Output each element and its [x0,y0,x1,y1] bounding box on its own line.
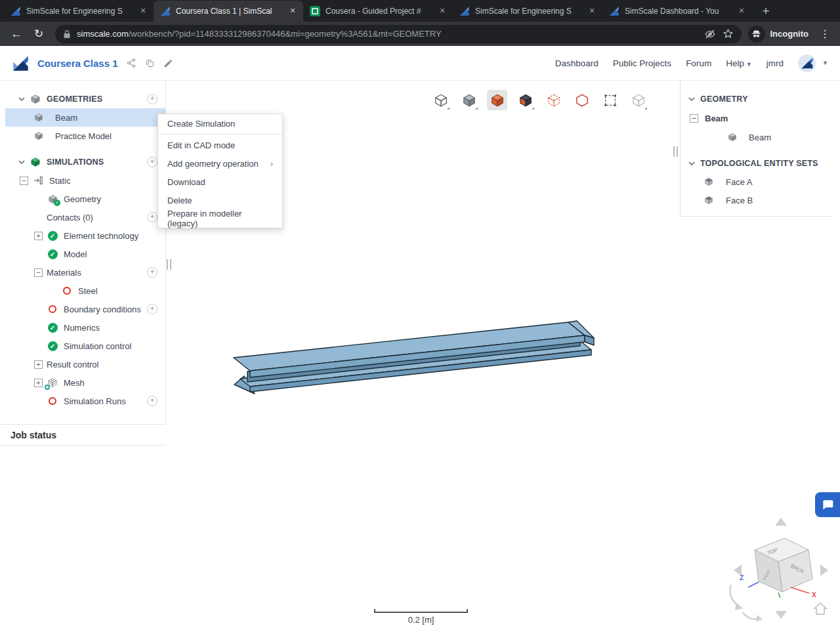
geometry-section-header[interactable]: GEOMETRY [681,90,833,108]
tab-close-icon[interactable]: × [736,6,747,16]
tree-item-result-control[interactable]: +Result control [5,355,165,373]
right-panel-resize-handle[interactable] [673,146,678,157]
context-menu-item-edit-in-cad-mode[interactable]: Edit in CAD mode [158,136,282,154]
header-nav-link-dashboard[interactable]: Dashboard [555,58,598,68]
view-cube[interactable] [755,538,812,592]
topo-item-label: Face B [726,196,753,205]
add-button[interactable]: + [147,304,158,314]
expander-plus-icon[interactable]: + [34,360,43,369]
simulation-tree-panel: GEOMETRIES + BeamPractice Model SIMULATI… [5,81,166,423]
tree-item-simulation-control[interactable]: ✓Simulation control [5,337,165,355]
cube-icon [726,131,738,143]
topo-item-face-b[interactable]: Face B [681,191,833,209]
copy-icon[interactable] [145,58,155,68]
topo-item-face-a[interactable]: Face A [681,173,833,191]
edit-pencil-icon[interactable] [163,58,173,68]
job-status-panel[interactable]: Job status [0,424,166,446]
add-simulation-button[interactable]: + [147,157,158,167]
expander-minus-icon[interactable]: − [34,268,43,277]
add-button[interactable]: + [147,396,158,406]
rotate-right-arrow[interactable] [820,564,828,576]
help-menu[interactable]: Help▼ [726,58,752,68]
chevron-down-icon[interactable] [18,160,25,164]
tab-close-icon[interactable]: × [287,6,298,16]
avatar[interactable] [798,54,816,72]
cube-solid-icon[interactable] [459,90,479,110]
expander-plus-icon[interactable]: + [34,379,43,387]
rotate-down-arrow[interactable] [775,611,787,619]
add-button[interactable]: + [147,267,158,278]
tree-item-simulation-runs[interactable]: Simulation Runs+ [5,392,165,410]
new-tab-button[interactable]: + [756,2,776,20]
tree-item-contacts-0[interactable]: Contacts (0)+ [5,208,165,226]
simulations-section-header[interactable]: SIMULATIONS + [5,153,165,171]
cube-transform-icon[interactable] [628,90,648,110]
lock-icon [63,30,71,39]
chevron-down-icon[interactable] [688,161,695,165]
eye-off-icon[interactable] [704,28,716,40]
tree-item-numerics[interactable]: ✓Numerics [5,318,165,337]
browser-tab[interactable]: Cousera - Guided Project #× [303,1,453,22]
tree-item-boundary-conditions[interactable]: Boundary conditions+ [5,300,165,318]
geometry-root-item[interactable]: − Beam [681,108,833,128]
tree-item-steel[interactable]: Steel [5,282,165,300]
add-geometry-button[interactable]: + [147,94,158,104]
context-menu-item-prepare-in-modeller-legacy[interactable]: Prepare in modeller (legacy) [158,209,282,228]
back-button[interactable]: ← [7,28,26,41]
rotate-cw-icon[interactable] [743,612,763,621]
hexagon-outline-icon[interactable] [572,90,592,110]
cube-half-icon[interactable] [515,90,536,110]
geometries-section-header[interactable]: GEOMETRIES + [5,90,165,108]
context-menu-item-create-simulation[interactable]: Create Simulation [158,114,282,133]
rotate-ccw-icon[interactable] [730,585,743,610]
cube-dashed-icon[interactable] [543,90,564,110]
chevron-down-icon[interactable] [688,97,695,101]
tree-item-static[interactable]: −Static [5,171,165,190]
tree-item-model[interactable]: ✓Model [5,245,165,263]
tree-item-label: Model [64,249,87,259]
box-select-icon[interactable] [600,90,620,110]
context-menu-item-delete[interactable]: Delete [158,191,282,209]
expander-minus-icon[interactable]: − [20,177,28,185]
context-menu-label: Delete [167,196,192,205]
geometry-item-practice-model[interactable]: Practice Model [5,127,165,145]
expander-minus-icon[interactable]: − [690,114,698,123]
chevron-down-icon[interactable] [18,97,25,101]
browser-tab[interactable]: Coursera Class 1 | SimScal× [154,1,303,22]
geometry-assigned-icon: ✓ [47,193,58,205]
viewport-toolbar [430,90,648,110]
header-nav-link-public-projects[interactable]: Public Projects [613,58,671,68]
share-icon[interactable] [126,58,136,68]
tab-close-icon[interactable]: × [138,6,148,16]
context-menu-item-download[interactable]: Download [158,173,282,191]
topo-section-header[interactable]: TOPOLOGICAL ENTITY SETS [681,154,833,173]
tree-item-element-technology[interactable]: +✓Element technology [5,226,165,245]
browser-tab[interactable]: SimScale for Engineering S× [453,1,602,22]
geometry-item-beam[interactable]: Beam [5,108,165,127]
add-button[interactable]: + [147,212,158,222]
tree-item-geometry[interactable]: ✓Geometry [5,190,165,208]
geometry-body-item[interactable]: Beam [681,128,833,146]
expander-plus-icon[interactable]: + [34,232,43,240]
bookmark-star-icon[interactable] [723,28,734,39]
header-nav-link-forum[interactable]: Forum [686,58,711,68]
browser-menu-icon[interactable]: ⋮ [816,28,833,40]
cube-highlight-icon[interactable] [487,90,507,110]
tab-close-icon[interactable]: × [587,6,597,16]
browser-tab[interactable]: SimScale Dashboard - You× [602,1,752,22]
scale-bar-line [374,609,468,613]
tree-item-mesh[interactable]: +Mesh [5,373,165,392]
context-menu-item-add-geometry-operation[interactable]: Add geometry operation› [158,154,282,173]
rotate-up-arrow[interactable] [775,518,787,526]
reload-button[interactable]: ↻ [29,27,49,41]
tab-close-icon[interactable]: × [437,6,448,16]
left-panel-resize-handle[interactable] [167,259,171,270]
chat-button[interactable] [815,492,840,517]
tree-item-materials[interactable]: −Materials+ [5,263,165,282]
account-chevron-icon[interactable]: ▼ [822,60,828,66]
browser-tab[interactable]: SimScale for Engineering S× [4,1,154,22]
address-bar[interactable]: simscale.com/workbench/?pid=114833331298… [55,25,742,43]
simscale-logo-icon[interactable] [12,54,30,72]
home-view-icon[interactable] [814,603,826,614]
cube-wireframe-icon[interactable] [430,90,451,110]
